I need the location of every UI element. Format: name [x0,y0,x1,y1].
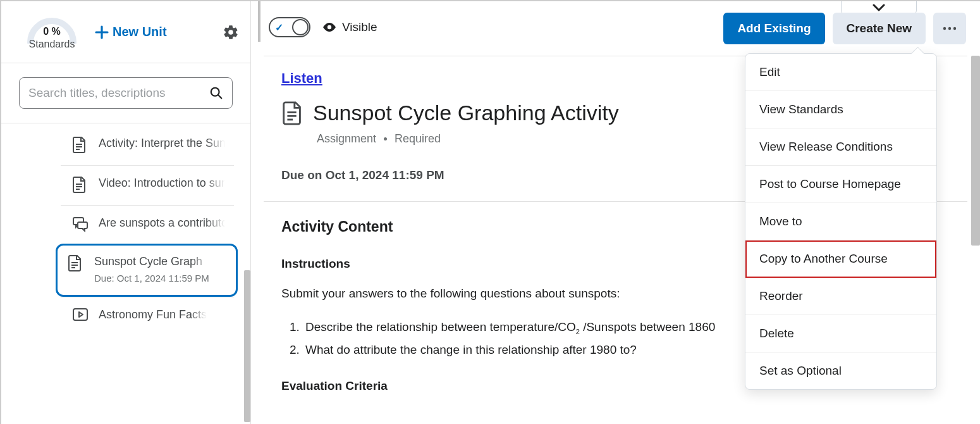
more-horizontal-icon [942,26,957,31]
search-input-wrap[interactable] [19,77,233,109]
sidebar-item-sunspot-cycle[interactable]: Sunspot Cycle Graph Due: Oct 1, 2024 11:… [56,244,238,297]
listen-link[interactable]: Listen [281,70,322,86]
visibility-toggle[interactable]: ✓ [269,17,310,37]
standards-label: Standards [29,39,75,50]
menu-item-edit[interactable]: Edit [745,54,936,91]
required-label: Required [395,132,441,146]
discussion-icon [72,216,90,232]
menu-item-view-standards[interactable]: View Standards [745,91,936,128]
main-panel: ✓ Visible Add Existing Create New Listen… [251,1,980,424]
menu-item-delete[interactable]: Delete [745,315,936,352]
sidebar-item-video-intro[interactable]: Video: Introduction to sunspots [61,165,234,205]
menu-item-set-as-optional[interactable]: Set as Optional [745,352,936,389]
more-actions-menu: EditView StandardsView Release Condition… [745,53,937,390]
sidebar-item-discussion[interactable]: Are sunspots a contributor to global [61,205,234,244]
new-unit-label: New Unit [113,25,167,39]
sidebar-item-label: Are sunspots a contributor to global [99,215,225,231]
sidebar-search-wrap [1,63,250,123]
document-icon [281,101,304,126]
menu-item-view-release-conditions[interactable]: View Release Conditions [745,128,936,166]
sidebar-item-sub: Due: Oct 1, 2024 11:59 PM [94,273,209,284]
toggle-knob [292,19,309,35]
more-actions-button[interactable] [933,13,966,44]
search-icon [209,86,223,100]
menu-item-copy-to-another-course[interactable]: Copy to Another Course [745,240,936,278]
document-icon [72,176,90,194]
top-bar: ✓ Visible Add Existing Create New [251,1,980,56]
video-icon [72,308,90,323]
sidebar-item-astronomy[interactable]: Astronomy Fun Facts [61,297,234,334]
separator-dot [384,137,387,140]
sidebar: 0 % Standards New Unit Activity: Interpr… [1,1,251,424]
svg-rect-9 [78,222,87,228]
gear-icon [223,24,239,41]
standards-percent: 0 % [43,26,61,37]
main-scrollbar[interactable] [971,56,980,424]
create-new-button[interactable]: Create New [833,13,926,44]
menu-item-move-to[interactable]: Move to [745,203,936,240]
top-actions: Add Existing Create New [723,13,966,44]
check-icon: ✓ [275,22,283,34]
activity-type: Assignment [317,132,376,146]
settings-button[interactable] [223,24,239,41]
svg-point-15 [943,27,946,30]
page-title: Sunspot Cycle Graphing Activity [313,101,619,125]
svg-point-17 [953,27,956,30]
svg-rect-13 [73,309,87,320]
search-input[interactable] [28,86,209,100]
sidebar-item-label: Astronomy Fun Facts [99,306,207,323]
visibility-label: Visible [342,20,377,34]
sidebar-item-label: Video: Introduction to sunspots [99,175,225,191]
sidebar-item-label: Sunspot Cycle Graph [94,253,209,270]
sidebar-item-label: Activity: Interpret the Sunspot Graph [99,135,225,151]
sidebar-list: Activity: Interpret the Sunspot Graph Vi… [1,123,250,424]
new-unit-button[interactable]: New Unit [95,25,167,39]
standards-gauge[interactable]: 0 % Standards [20,15,83,50]
menu-item-post-to-course-homepage[interactable]: Post to Course Homepage [745,166,936,203]
add-existing-button[interactable]: Add Existing [723,13,824,44]
document-icon [72,136,90,154]
document-icon [68,254,85,286]
sidebar-scrollbar[interactable] [244,123,250,424]
svg-point-14 [328,25,331,29]
sidebar-header: 0 % Standards New Unit [1,1,250,63]
visibility-label-wrap: Visible [322,20,377,34]
svg-line-1 [218,95,221,98]
menu-item-reorder[interactable]: Reorder [745,278,936,315]
plus-icon [95,25,109,39]
eye-icon [322,22,337,33]
svg-point-16 [948,27,951,30]
sidebar-item-interpret[interactable]: Activity: Interpret the Sunspot Graph [61,126,234,165]
